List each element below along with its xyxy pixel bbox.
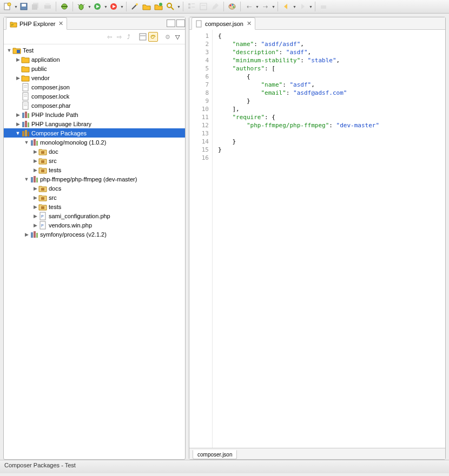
twisty-icon[interactable] [32,186,38,191]
bottom-tab[interactable]: composer.json [193,450,237,459]
tree-file-composer-phar[interactable]: composer.phar [4,101,185,110]
twisty-icon[interactable] [15,57,21,62]
tree-label: Test [23,47,37,54]
source-folder-icon [38,193,47,202]
twisty-icon[interactable] [32,158,38,164]
twisty-icon[interactable] [32,195,38,200]
tree-file-sami[interactable]: Psami_configuration.php [4,211,185,220]
search-button[interactable] [165,1,176,12]
explorer-tree[interactable]: Test application public vendor composer.… [4,44,185,459]
wand-button[interactable] [129,1,140,12]
dropdown-arrow-icon[interactable]: ▼ [88,5,91,9]
tree-label: monolog/monolog (1.0.2) [40,139,109,146]
line-number: 1 [189,32,212,40]
twisty-icon[interactable] [23,232,30,237]
dropdown-arrow-icon[interactable]: ▼ [120,5,123,9]
tree-folder-tests[interactable]: tests [4,165,185,174]
twisty-icon[interactable] [15,131,21,136]
twisty-icon[interactable] [15,112,21,118]
explorer-tab[interactable]: P PHP Explorer ✕ [6,17,67,30]
twisty-icon[interactable] [23,177,30,182]
tree-composer-packages[interactable]: Composer Packages [4,128,185,138]
svg-marker-28 [212,3,219,10]
twisty-icon[interactable] [15,121,21,127]
tree-file-composer-json[interactable]: composer.json [4,82,185,92]
open-folder-button[interactable] [141,1,152,12]
tree-file-composer-lock[interactable]: composer.lock [4,92,185,101]
explorer-panel: P PHP Explorer ✕ ⇦ ⇨ ⤴ ⚙ ▽ Test [3,17,186,460]
twisty-icon[interactable] [23,140,30,145]
tree-folder-docs[interactable]: docs [4,184,185,193]
tree-php-language-library[interactable]: PHP Language Library [4,119,185,128]
svg-rect-9 [61,6,68,7]
twisty-icon[interactable] [32,149,38,154]
svg-rect-66 [36,178,38,182]
close-icon[interactable]: ✕ [58,20,63,27]
dropdown-arrow-icon: ▼ [309,5,312,9]
link-editor-button[interactable] [148,32,158,42]
debug-config-button[interactable] [59,1,70,12]
line-number: 8 [189,89,212,97]
twisty-icon[interactable] [32,167,38,173]
twisty-icon[interactable] [6,48,12,53]
editor-area[interactable]: 1 2 3 4 5 6 7 8 9 10 11 12 13 14 15 16 {… [189,30,445,448]
code-content[interactable]: { "name": "asdf/asdf", "description": "a… [213,30,445,448]
dropdown-arrow-icon[interactable]: ▼ [104,5,107,9]
prev-annotation-button: ⇠ [243,1,254,12]
tree-folder-tests2[interactable]: tests [4,202,185,211]
tree-folder-public[interactable]: public [4,64,185,73]
back-button[interactable] [281,1,292,12]
palette-button[interactable] [227,1,237,12]
tree-folder-doc[interactable]: doc [4,147,185,156]
dropdown-arrow-icon: ▼ [255,5,259,9]
svg-rect-39 [17,50,20,53]
view-menu-button[interactable]: ▽ [173,32,182,41]
tree-project[interactable]: Test [4,45,185,55]
editor-bottom-tabs: composer.json [189,448,445,459]
save-button[interactable] [18,1,29,12]
tree-package-monolog[interactable]: monolog/monolog (1.0.2) [4,138,185,147]
main-toolbar: ▼ ▼ ▼ ▼ ▼ ⇠▼ ⇢▼ ▼ ▼ [0,0,449,14]
svg-rect-58 [31,140,33,146]
svg-rect-68 [41,197,44,200]
svg-point-19 [159,3,162,6]
run-button[interactable] [92,1,103,12]
svg-text:P: P [11,23,14,27]
twisty-icon[interactable] [15,75,21,81]
editor-tab[interactable]: composer.json ✕ [192,17,255,30]
source-folder-icon [38,166,47,174]
new-button[interactable] [2,1,13,12]
collapse-all-button[interactable] [138,32,147,41]
tree-label: vendor [31,75,53,81]
php-explorer-icon: P [10,20,17,28]
svg-point-20 [167,3,171,8]
tree-label: tests [49,167,64,173]
twisty-icon[interactable] [32,213,38,219]
close-icon[interactable]: ✕ [247,20,252,27]
tree-folder-src2[interactable]: src [4,193,185,202]
run-external-button[interactable] [108,1,119,12]
maximize-view-button[interactable] [176,19,185,27]
tree-folder-vendor[interactable]: vendor [4,73,185,82]
svg-rect-63 [41,169,44,172]
twisty-icon[interactable] [32,223,38,228]
svg-rect-25 [192,6,195,8]
minimize-view-button[interactable] [167,19,175,27]
debug-button[interactable] [76,1,87,12]
tree-folder-application[interactable]: application [4,55,185,64]
tree-label: tests [49,204,64,210]
tree-php-include-path[interactable]: PHP Include Path [4,110,185,119]
tree-package-symfony[interactable]: symfony/process (v2.1.2) [4,230,185,239]
svg-text:P: P [41,214,44,218]
tree-folder-src[interactable]: src [4,156,185,165]
tree-package-ffmpeg[interactable]: php-ffmpeg/php-ffmpeg (dev-master) [4,174,185,184]
dropdown-arrow-icon[interactable]: ▼ [293,5,296,9]
tree-label: src [49,158,60,164]
open-type-button[interactable] [153,1,164,12]
line-number: 11 [189,113,212,121]
svg-rect-62 [41,160,44,163]
tree-file-vendors-win[interactable]: Pvendors.win.php [4,220,185,230]
dropdown-arrow-icon[interactable]: ▼ [14,5,17,9]
twisty-icon[interactable] [32,204,38,210]
dropdown-arrow-icon[interactable]: ▼ [177,5,180,9]
